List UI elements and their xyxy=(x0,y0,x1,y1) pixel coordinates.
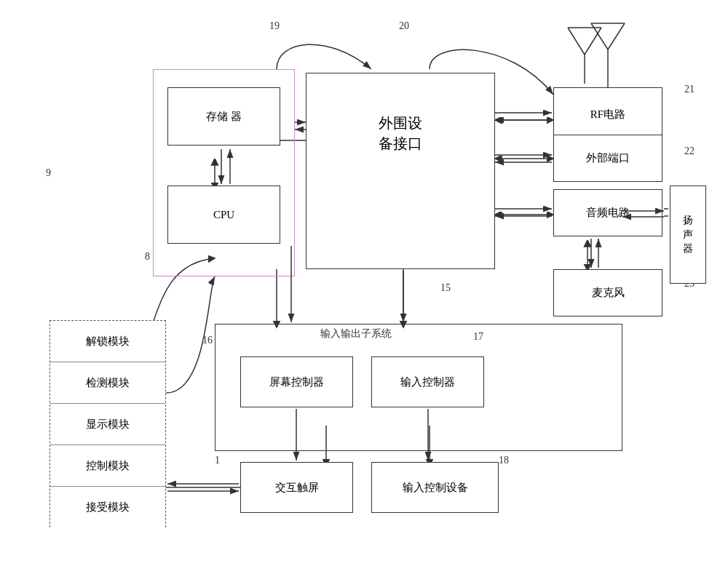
input-ctrl-box: 输入控制器 xyxy=(371,356,484,407)
audio-label: 音频电路 xyxy=(586,205,630,220)
input-device-box: 输入控制设备 xyxy=(371,462,499,513)
input-ctrl-label: 输入控制器 xyxy=(400,375,455,390)
module-unlock-label: 解锁模块 xyxy=(86,334,130,349)
external-port-box: 外部端口 xyxy=(553,135,662,182)
rf-box: RF电路 xyxy=(553,87,662,142)
module-receive-label: 接受模块 xyxy=(86,500,130,515)
num-16: 16 xyxy=(202,335,213,346)
touch-label: 交互触屏 xyxy=(275,480,319,495)
num-1: 1 xyxy=(215,455,220,466)
svg-line-22 xyxy=(608,23,625,49)
svg-line-3 xyxy=(568,28,585,55)
memory-cpu-group xyxy=(153,69,295,276)
module-group-box: 解锁模块 检测模块 显示模块 控制模块 接受模块 xyxy=(50,320,166,527)
peripheral-label: 外围设备接口 xyxy=(320,113,480,154)
screen-ctrl-box: 屏幕控制器 xyxy=(240,356,353,407)
mic-label: 麦克风 xyxy=(592,285,625,300)
touch-box: 交互触屏 xyxy=(240,462,353,513)
num-15: 15 xyxy=(440,282,451,294)
module-detect: 检测模块 xyxy=(50,362,165,404)
input-device-label: 输入控制设备 xyxy=(403,480,468,495)
num-8: 8 xyxy=(145,251,150,263)
module-unlock: 解锁模块 xyxy=(50,321,165,362)
module-control: 控制模块 xyxy=(50,445,165,487)
rf-label: RF电路 xyxy=(590,107,625,122)
num-18: 18 xyxy=(499,455,509,466)
num-9: 9 xyxy=(46,167,51,179)
speaker-box: 扬声器 xyxy=(670,186,706,284)
audio-box: 音频电路 xyxy=(553,189,662,236)
svg-line-4 xyxy=(585,28,601,55)
peripheral-interface-box xyxy=(306,73,495,269)
module-display: 显示模块 xyxy=(50,404,165,445)
io-system-label: 输入输出子系统 xyxy=(320,327,392,340)
module-display-label: 显示模块 xyxy=(86,417,130,432)
screen-ctrl-label: 屏幕控制器 xyxy=(269,375,324,390)
module-receive: 接受模块 xyxy=(50,487,165,528)
svg-line-21 xyxy=(591,23,608,49)
num-21: 21 xyxy=(684,84,695,95)
num-20: 20 xyxy=(399,20,409,32)
external-port-label: 外部端口 xyxy=(586,151,630,166)
num-19: 19 xyxy=(269,20,280,32)
module-control-label: 控制模块 xyxy=(86,458,130,474)
mic-box: 麦克风 xyxy=(553,269,662,316)
num-22: 22 xyxy=(684,146,695,157)
module-detect-label: 检测模块 xyxy=(86,375,130,391)
speaker-label: 扬声器 xyxy=(683,213,693,256)
